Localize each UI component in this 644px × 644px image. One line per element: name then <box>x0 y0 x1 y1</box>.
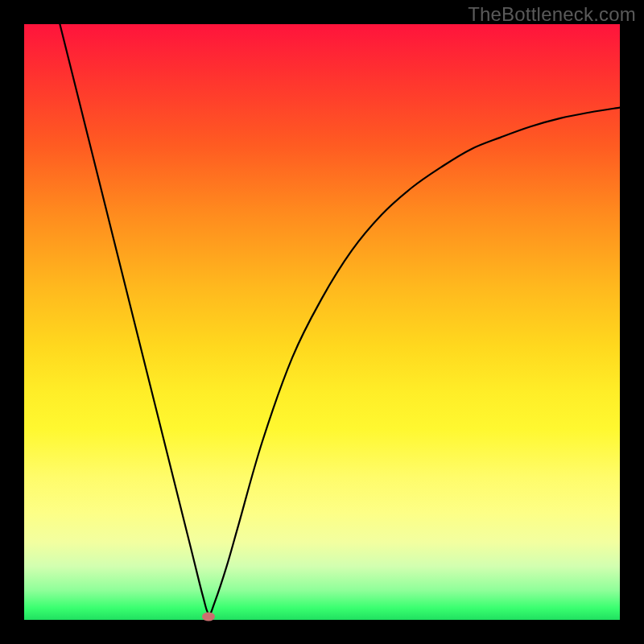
minimum-marker <box>202 613 215 621</box>
chart-frame: TheBottleneck.com <box>0 0 644 644</box>
bottleneck-curve <box>60 24 620 614</box>
watermark-text: TheBottleneck.com <box>468 3 636 26</box>
curve-svg <box>24 24 620 620</box>
plot-area <box>24 24 620 620</box>
